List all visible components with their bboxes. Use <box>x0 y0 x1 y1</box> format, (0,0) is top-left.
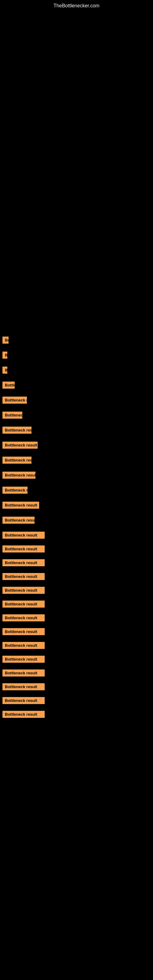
result-row: Bottleneck result <box>0 410 153 422</box>
result-item: Bottleneck result <box>2 601 45 608</box>
result-item: Bottleneck result <box>2 711 45 718</box>
result-item: Bottleneck result <box>2 396 27 404</box>
result-row: Bottleneck result <box>0 365 153 377</box>
result-row: Bottleneck result <box>0 571 153 582</box>
result-row: Bottleneck result <box>0 515 153 527</box>
result-row: Bottleneck result <box>0 640 153 651</box>
result-item: Bottleneck result <box>2 426 32 434</box>
result-row: Bottleneck result <box>0 380 153 392</box>
result-row: Bottleneck result <box>0 350 153 362</box>
result-item: Bottleneck result <box>2 442 38 449</box>
result-row: Bottleneck result <box>0 612 153 623</box>
result-item: Bottleneck result <box>2 472 35 479</box>
result-item: Bottleneck result <box>2 670 45 676</box>
result-row: Bottleneck result <box>0 455 153 467</box>
result-item: Bottleneck result <box>2 382 15 389</box>
result-row: Bottleneck result <box>0 530 153 541</box>
result-item: Bottleneck result <box>2 628 45 635</box>
result-row: Bottleneck result <box>0 709 153 720</box>
result-item: Bottleneck result <box>2 352 7 359</box>
result-item: Bottleneck result <box>2 502 39 509</box>
result-item: Bottleneck result <box>2 656 45 663</box>
result-row: Bottleneck result <box>0 585 153 596</box>
result-row: Bottleneck result <box>0 440 153 452</box>
result-item: Bottleneck result <box>2 614 45 621</box>
results-container: Bottleneck result Bottleneck result Bott… <box>0 335 153 729</box>
site-title: TheBottlenecker.com <box>0 0 153 10</box>
result-row: Bottleneck result <box>0 626 153 637</box>
result-item: Bottleneck result <box>2 457 32 464</box>
result-item: Bottleneck result <box>2 683 45 690</box>
result-item: Bottleneck result <box>2 573 45 580</box>
result-row: Bottleneck result <box>0 557 153 568</box>
result-item: Bottleneck result <box>2 531 45 539</box>
result-item: Bottleneck result <box>2 559 45 566</box>
result-item: Bottleneck result <box>2 546 45 552</box>
result-item: Bottleneck result <box>2 337 9 344</box>
result-row: Bottleneck result <box>0 599 153 609</box>
result-item: Bottleneck result <box>2 697 45 704</box>
result-row: Bottleneck result <box>0 485 153 497</box>
result-row: Bottleneck result <box>0 470 153 482</box>
result-item: Bottleneck result <box>2 367 7 374</box>
result-row: Bottleneck result <box>0 544 153 554</box>
chart-area <box>0 10 153 332</box>
result-item: Bottleneck result <box>2 412 22 418</box>
result-row: Bottleneck result <box>0 500 153 512</box>
result-row: Bottleneck result <box>0 425 153 437</box>
result-row: Bottleneck result <box>0 335 153 347</box>
result-item: Bottleneck result <box>2 642 45 649</box>
result-row: Bottleneck result <box>0 395 153 407</box>
result-row: Bottleneck result <box>0 654 153 665</box>
result-row: Bottleneck result <box>0 668 153 678</box>
result-item: Bottleneck result <box>2 587 45 594</box>
result-item: Bottleneck result <box>2 487 27 494</box>
result-row: Bottleneck result <box>0 695 153 706</box>
result-item: Bottleneck result <box>2 517 35 524</box>
result-row: Bottleneck result <box>0 681 153 692</box>
